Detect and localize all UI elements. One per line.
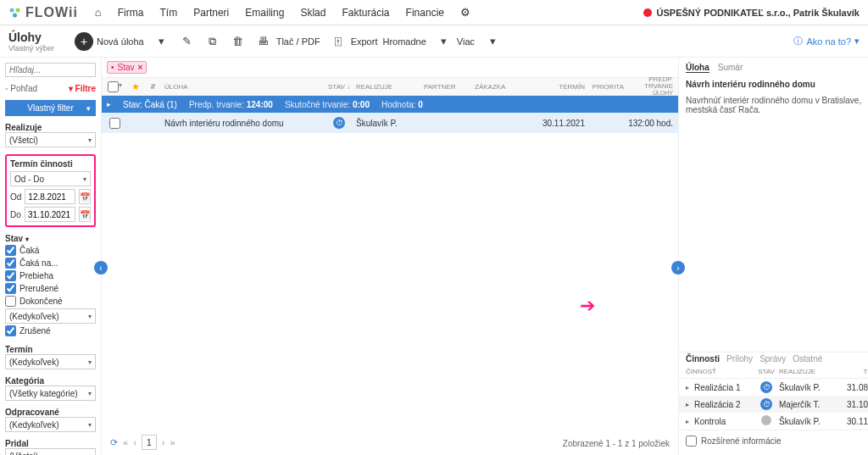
own-filter-button[interactable]: Vlastný filter▾ [5,100,96,116]
nav-partneri[interactable]: Partneri [193,7,229,19]
search-input[interactable] [5,63,96,77]
activity-row[interactable]: ▸Realizácia 1⏱Škulavík P.31.08.2021 [679,379,868,396]
edit-icon[interactable]: ✎ [178,35,197,47]
activity-row[interactable]: ▸KontrolaŠkulavík P.30.11.2021 [679,413,868,430]
tab-spravy[interactable]: Správy [760,354,786,363]
col-order[interactable]: ZÁKAZKA [475,83,526,91]
nav-tim[interactable]: Tím [160,7,178,19]
status-cakana-checkbox[interactable] [5,258,16,269]
status-prerusene-checkbox[interactable] [5,283,16,294]
caret-icon: ▾ [88,358,92,366]
realizes-select[interactable]: (Všetci)▾ [5,132,96,147]
group-row[interactable]: ▸ Stav: Čaká (1) Predp. trvanie: 124:00 … [102,96,678,113]
odprac-select[interactable]: (Kedykoľvek)▾ [5,417,96,432]
print-icon[interactable]: 🖶 [254,35,273,47]
group-name: Stav: Čaká (1) [123,100,177,109]
activity-row[interactable]: ▸Realizácia 2⏱Majerčík T.31.10.2021 [679,396,868,413]
row-checkbox[interactable] [109,118,120,129]
bulk-button[interactable]: Hromadne [382,36,426,47]
col-task[interactable]: ÚLOHA [161,83,322,91]
nav-fakturacia[interactable]: Fakturácia [342,7,390,19]
pagination: ⟳ « ‹ 1 › » [110,435,175,450]
export-button[interactable]: Export [351,36,378,47]
gear-icon[interactable]: ⚙ [460,6,470,19]
row-deadline: 30.11.2021 [526,119,585,128]
status-anytime-select[interactable]: (Kedykoľvek)▾ [5,308,96,324]
more-button[interactable]: Viac [457,36,475,47]
refresh-icon[interactable]: ⟳ [110,437,118,448]
filters-link[interactable]: ▾ Filtre [69,84,96,93]
view-mode-link[interactable]: ◦ Pohľad [5,84,37,93]
col-partner[interactable]: PARTNER [424,83,475,91]
page-last-icon[interactable]: » [170,437,175,447]
termin-select[interactable]: (Kedykoľvek)▾ [5,354,96,369]
chevron-down-icon[interactable]: ▾ [435,35,453,47]
from-label: Od [10,192,21,202]
chevron-right-icon: ▸ [686,418,694,425]
tab-ostatne[interactable]: Ostatné [793,354,822,363]
nav-sklad[interactable]: Sklad [300,7,326,19]
caret-icon: ▾ [88,313,92,320]
svg-point-2 [13,13,17,17]
chevron-down-icon[interactable]: ▾ [153,35,171,47]
extended-info-label: Rozšírené informácie [701,436,781,446]
deadline-label: Termín činnosti [10,159,91,169]
kategoria-label: Kategória [5,376,96,386]
task-row[interactable]: Návrh interiéru rodinného domu ⏱ Škulaví… [102,113,678,133]
sort-icon[interactable]: ⇵ [144,83,161,91]
nav-firma[interactable]: Firma [118,7,144,19]
select-all-checkbox[interactable] [108,81,119,92]
status-dokoncene-checkbox[interactable] [5,296,16,307]
activities-header: ČINNOSŤ STAV REALIZUJE TERMÍN [679,365,868,379]
caret-icon: ▾ [88,452,92,456]
tab-sumar[interactable]: Sumár [718,63,743,73]
home-icon[interactable]: ⌂ [95,6,102,19]
page-first-icon[interactable]: « [123,437,128,447]
star-icon[interactable]: ★ [127,81,144,92]
chevron-down-icon[interactable]: ▾ [483,35,502,47]
account-label[interactable]: ÚSPEŠNÝ PODNIKATEĽ s.r.o., Patrik Škulav… [643,8,860,18]
calendar-icon[interactable]: 📅 [79,189,91,204]
delete-icon[interactable]: 🗑 [229,35,248,47]
chevron-right-icon: ▸ [107,100,111,108]
close-icon[interactable]: × [138,63,143,72]
collapse-panel-handle[interactable]: › [671,261,685,275]
to-date-input[interactable] [25,207,75,222]
page-subtitle: Vlastný výber [8,44,54,53]
status-zrusene-checkbox[interactable] [5,325,16,336]
extended-info-checkbox[interactable] [686,436,697,447]
pridal-select[interactable]: (Všetci)▾ [5,448,96,455]
calendar-icon[interactable]: 📅 [79,207,91,222]
termin-label: Termín [5,345,96,354]
svg-point-1 [16,8,20,12]
col-deadline[interactable]: TERMÍN [526,83,585,91]
page-next-icon[interactable]: › [162,437,165,447]
new-task-button[interactable]: Nová úloha [97,36,144,47]
status-badge-icon: ⏱ [760,398,772,410]
new-task-button-icon[interactable]: + [75,32,93,51]
sub-bar: Úlohy Vlastný výber + Nová úloha ▾ ✎ ⧉ 🗑… [0,25,868,58]
filter-tag-stav[interactable]: • Stav × [107,61,147,74]
print-button[interactable]: Tlač / PDF [276,36,320,47]
nav-emailing[interactable]: Emailing [245,7,284,19]
from-date-input[interactable] [25,189,75,204]
col-duration[interactable]: PREDP. TRVANIEÚLOHY [627,76,678,97]
export-icon[interactable]: ⍐ [329,35,348,47]
status-prebieha-checkbox[interactable] [5,270,16,281]
nav-financie[interactable]: Financie [406,7,444,19]
tab-uloha[interactable]: Úloha [686,63,709,73]
copy-icon[interactable]: ⧉ [203,35,222,48]
page-prev-icon[interactable]: ‹ [133,437,136,447]
col-realizer[interactable]: REALIZUJE [356,83,424,91]
col-status[interactable]: STAV [328,83,345,91]
col-priority[interactable]: PRIORITA [585,83,627,91]
odprac-label: Odpracované [5,408,96,417]
date-mode-select[interactable]: Od - Do▾ [10,171,91,186]
tab-prilohy[interactable]: Prílohy [726,354,753,363]
status-caka-checkbox[interactable] [5,245,16,256]
tab-cinnosti[interactable]: Činnosti [686,354,720,363]
kategoria-select[interactable]: (Všetky kategórie)▾ [5,386,96,401]
detail-title: Návrh interiéru rodinného domu [686,80,868,89]
help-link[interactable]: ⓘ Ako na to? ▾ [793,35,860,47]
page-number[interactable]: 1 [142,435,157,450]
